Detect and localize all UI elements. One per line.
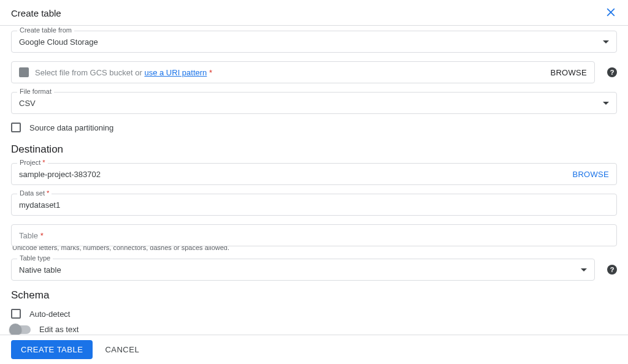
autodetect-label: Auto-detect xyxy=(29,309,71,319)
autodetect-row: Auto-detect xyxy=(11,309,617,319)
table-type-label: Table type xyxy=(17,254,53,262)
cancel-button[interactable]: CANCEL xyxy=(105,345,139,354)
create-table-from-field[interactable]: Create table from Google Cloud Storage xyxy=(11,31,617,53)
project-value: sample-project-383702 xyxy=(19,170,562,179)
project-field[interactable]: Project * sample-project-383702 BROWSE xyxy=(11,163,617,185)
chevron-down-icon xyxy=(603,102,609,105)
file-format-label: File format xyxy=(17,88,54,95)
source-partitioning-checkbox[interactable] xyxy=(11,123,21,132)
dialog-header: Create table xyxy=(0,0,628,26)
dataset-value: mydataset1 xyxy=(19,200,609,210)
dataset-field[interactable]: Data set * mydataset1 xyxy=(11,194,617,216)
edit-as-text-toggle[interactable] xyxy=(11,325,31,334)
help-icon[interactable]: ? xyxy=(607,67,617,77)
table-placeholder: Table * xyxy=(19,231,609,240)
dialog-title: Create table xyxy=(11,8,61,18)
chevron-down-icon xyxy=(603,40,609,44)
browse-gcs-button[interactable]: BROWSE xyxy=(550,68,587,77)
source-partitioning-label: Source data partitioning xyxy=(29,123,113,132)
table-field[interactable]: Table * xyxy=(11,224,617,246)
dialog-footer: CREATE TABLE CANCEL xyxy=(0,335,628,364)
file-icon xyxy=(19,67,29,77)
table-type-field[interactable]: Table type Native table xyxy=(11,259,595,281)
close-icon[interactable] xyxy=(605,6,617,20)
edit-as-text-label: Edit as text xyxy=(39,325,78,334)
dataset-label: Data set * xyxy=(17,189,52,197)
edit-as-text-row: Edit as text xyxy=(11,325,617,334)
browse-project-button[interactable]: BROWSE xyxy=(572,170,609,179)
file-format-value: CSV xyxy=(19,99,598,108)
help-icon[interactable]: ? xyxy=(607,265,617,275)
schema-title: Schema xyxy=(11,289,617,301)
create-table-button[interactable]: CREATE TABLE xyxy=(11,340,93,359)
project-label: Project * xyxy=(17,159,48,166)
dialog-content: Create table from Google Cloud Storage S… xyxy=(0,26,628,341)
chevron-down-icon xyxy=(581,268,587,271)
source-partitioning-row: Source data partitioning xyxy=(11,123,617,132)
gcs-file-input[interactable]: Select file from GCS bucket or use a URI… xyxy=(11,61,595,83)
table-type-value: Native table xyxy=(19,265,576,275)
gcs-file-placeholder: Select file from GCS bucket or use a URI… xyxy=(35,68,540,77)
file-format-field[interactable]: File format CSV xyxy=(11,92,617,114)
create-table-from-label: Create table from xyxy=(17,26,74,34)
create-table-from-value: Google Cloud Storage xyxy=(19,37,598,47)
autodetect-checkbox[interactable] xyxy=(11,309,21,319)
uri-pattern-link[interactable]: use a URI pattern xyxy=(144,68,207,77)
destination-title: Destination xyxy=(11,143,617,156)
